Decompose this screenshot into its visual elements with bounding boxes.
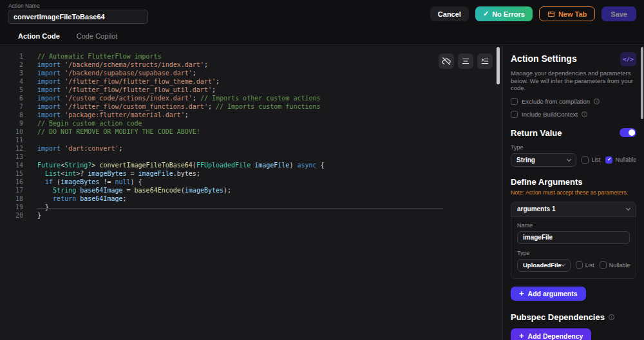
include-buildcontext-row[interactable]: Include BuildContext [511, 111, 636, 118]
argument-header[interactable]: arguments 1 [511, 202, 636, 216]
code-line: 6import '/custom_code/actions/index.dart… [0, 94, 502, 102]
exclude-compilation-row[interactable]: Exclude from compilation [511, 98, 636, 105]
new-tab-button[interactable]: New Tab [539, 6, 595, 21]
code-line: 12import 'dart:convert'; [0, 144, 502, 153]
editor-scrollbar[interactable] [497, 47, 500, 339]
line-number: 5 [0, 86, 23, 94]
no-errors-button[interactable]: ✓ No Errors [475, 6, 533, 21]
code-line: 18 return base64Image; [0, 194, 502, 203]
argument-nullable-label: Nullable [609, 262, 630, 269]
line-number: 3 [0, 69, 23, 77]
line-number: 18 [0, 194, 23, 203]
code-line: 5import '/flutter_flow/flutter_flow_util… [0, 86, 502, 94]
code-lines: 1// Automatic FlutterFlow imports2import… [0, 52, 502, 220]
save-button[interactable]: Save [601, 6, 636, 21]
line-number: 10 [0, 128, 23, 136]
argument-nullable-row[interactable]: Nullable [600, 261, 630, 269]
line-number: 9 [0, 119, 23, 128]
define-arguments-title: Define Arguments [511, 177, 582, 187]
cancel-button[interactable]: Cancel [430, 6, 469, 21]
code-editor[interactable]: 1// Automatic FlutterFlow imports2import… [0, 46, 502, 340]
return-list-label: List [591, 156, 600, 163]
return-type-value: String [516, 156, 535, 164]
toggle-knob [629, 129, 635, 136]
include-buildcontext-checkbox[interactable] [511, 111, 518, 118]
argument-list-label: List [585, 262, 594, 269]
line-number: 11 [0, 136, 23, 144]
format-align-button[interactable] [458, 53, 473, 69]
argument-body: Name Type UploadedFile List Nullable [511, 216, 636, 278]
indent-button[interactable] [477, 53, 493, 69]
line-number: 16 [0, 178, 23, 186]
topbar-actions: Cancel ✓ No Errors New Tab Save [430, 6, 636, 21]
panel-description: Manage your dependencies and parameters … [511, 70, 637, 92]
view-code-button[interactable]: </> [620, 52, 636, 66]
return-value-title: Return Value [511, 128, 562, 138]
action-name-input[interactable] [8, 10, 148, 24]
tab-code-copilot[interactable]: Code Copilot [77, 28, 118, 44]
code-line: 14Future<String?> convertImageFileToBase… [0, 161, 502, 169]
return-type-label: Type [511, 144, 636, 151]
chevron-down-icon [626, 206, 630, 211]
exclude-compilation-checkbox[interactable] [511, 98, 518, 105]
return-value-toggle[interactable] [620, 128, 636, 137]
cloud-off-icon [442, 57, 451, 66]
check-icon: ✓ [483, 10, 489, 18]
panel-scrollbar[interactable] [641, 47, 643, 339]
line-number: 6 [0, 94, 23, 102]
argument-header-label: arguments 1 [517, 205, 555, 212]
code-line: 3import '/backend/supabase/supabase.dart… [0, 69, 502, 77]
cloud-off-button[interactable] [439, 53, 454, 69]
code-line: 10// DO NOT REMOVE OR MODIFY THE CODE AB… [0, 128, 502, 136]
argument-type-select[interactable]: UploadedFile [517, 259, 571, 272]
return-nullable-row[interactable]: Nullable [605, 156, 636, 164]
include-buildcontext-label: Include BuildContext [522, 111, 578, 118]
code-line: 17 String base64Image = base64Encode(ima… [0, 186, 502, 194]
code-line: 4import '/flutter_flow/flutter_flow_them… [0, 77, 502, 86]
return-list-checkbox[interactable] [582, 156, 589, 164]
line-number: 1 [0, 52, 23, 61]
add-arguments-label: Add arguments [528, 290, 578, 298]
code-line: 13 [0, 153, 502, 161]
code-line: 9// Begin custom action code [0, 119, 502, 128]
chevron-down-icon [561, 262, 565, 267]
arguments-note: Note: Action must accept these as parame… [511, 189, 636, 196]
argument-type-label: Type [517, 250, 630, 256]
code-line: 19 } [0, 203, 502, 211]
argument-name-label: Name [517, 222, 630, 229]
topbar: Action Name Cancel ✓ No Errors New Tab S… [0, 0, 644, 28]
scrollbar-thumb[interactable] [641, 47, 643, 119]
info-icon [594, 99, 600, 104]
argument-nullable-checkbox[interactable] [600, 261, 607, 269]
line-number: 7 [0, 102, 23, 111]
line-number: 19 [0, 203, 23, 211]
chevron-down-icon [567, 156, 571, 161]
code-icon: </> [623, 56, 633, 62]
line-number: 14 [0, 161, 23, 169]
line-number: 13 [0, 153, 23, 161]
add-dependency-button[interactable]: + Add Dependency [511, 328, 591, 340]
argument-list-checkbox[interactable] [576, 261, 583, 269]
argument-name-input[interactable] [517, 231, 630, 244]
action-name-label: Action Name [8, 3, 40, 9]
return-type-select[interactable]: String [511, 153, 576, 167]
return-nullable-checkbox[interactable] [605, 156, 612, 164]
flutterflow-custom-action-editor: Action Name Cancel ✓ No Errors New Tab S… [0, 0, 644, 340]
info-icon [582, 111, 587, 117]
line-number: 15 [0, 169, 23, 178]
line-number: 4 [0, 77, 23, 86]
argument-list-row[interactable]: List [576, 261, 594, 269]
code-line: 1// Automatic FlutterFlow imports [0, 52, 502, 61]
active-line-border [37, 208, 443, 209]
format-align-icon [461, 57, 470, 66]
scrollbar-thumb[interactable] [497, 47, 500, 84]
line-number: 8 [0, 111, 23, 119]
editor-toolbar [439, 53, 493, 69]
tab-action-code[interactable]: Action Code [18, 28, 60, 44]
info-icon [609, 314, 614, 320]
add-arguments-button[interactable]: + Add arguments [511, 287, 586, 301]
panel-title: Action Settings [511, 53, 577, 64]
action-settings-panel: Action Settings </> Manage your dependen… [502, 46, 644, 340]
line-number: 12 [0, 144, 23, 153]
return-list-row[interactable]: List [582, 156, 600, 164]
